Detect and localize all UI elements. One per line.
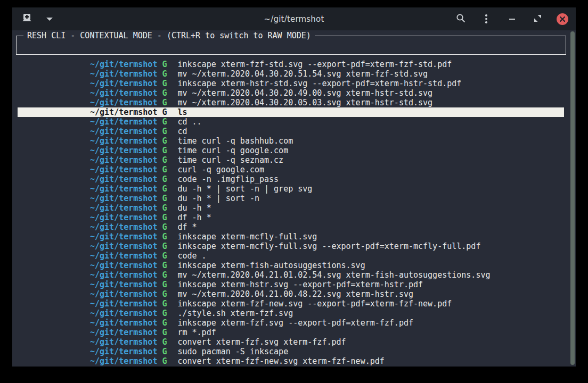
menu-button[interactable] [480, 13, 493, 26]
history-row-command: time curl -q bashhub.com [177, 136, 293, 146]
history-row-command: mv ~/xterm.2020.04.21.00.48.22.svg xterm… [177, 289, 413, 299]
history-row-path: ~/git/termshot [90, 318, 157, 328]
history-row[interactable]: ~/git/termshotGmv ~/xterm.2020.04.21.01.… [18, 270, 564, 280]
search-input[interactable] [19, 39, 564, 53]
restore-icon [534, 14, 541, 24]
history-row-command: inkscape xterm-hstr-std.svg --export-pdf… [177, 79, 461, 88]
minimize-icon [509, 19, 515, 20]
history-row-command: du -h * | sort -n [177, 194, 259, 203]
history-row[interactable]: ~/git/termshotGdf * [18, 222, 564, 232]
history-row[interactable]: ~/git/termshotGdf -h * [18, 213, 564, 222]
history-row[interactable]: ~/git/termshotGinkscape xterm-fzf.svg --… [18, 318, 564, 328]
history-row[interactable]: ~/git/termshotGcode -n .imgflip_pass [18, 174, 564, 184]
history-row-command: code . [177, 251, 206, 261]
history-row-command: code -n .imgflip_pass [177, 174, 279, 184]
scrollbar-thumb[interactable] [570, 31, 575, 365]
history-row[interactable]: ~/git/termshotGmv ~/xterm.2020.04.30.20.… [18, 69, 564, 79]
history-row-command: du -h * | sort -n | grep svg [177, 184, 312, 194]
history-row-command: cd [177, 127, 187, 136]
history-row-path: ~/git/termshot [90, 222, 157, 232]
search-icon [456, 13, 466, 25]
history-row-command: inkscape xterm-mcfly-full.svg --export-p… [177, 242, 480, 251]
history-row[interactable]: ~/git/termshotGtime curl -q bashhub.com [18, 136, 564, 146]
history-row[interactable]: ~/git/termshotGinkscape xterm-fzf-new.sv… [18, 299, 564, 309]
history-row[interactable]: ~/git/termshotGtime curl -q google.com [18, 146, 564, 155]
history-row-command: ls [177, 107, 187, 117]
history-row-path: ~/git/termshot [90, 261, 157, 270]
history-row-path: ~/git/termshot [90, 60, 157, 69]
history-row-command: mv ~/xterm.2020.04.30.20.51.54.svg xterm… [177, 69, 428, 79]
history-row-command: convert xterm-fzf-new.svg xterm-fzf-new.… [177, 356, 384, 366]
history-row-tag: G [162, 60, 167, 69]
history-row[interactable]: ~/git/termshotGrm *.pdf [18, 328, 564, 337]
history-row-path: ~/git/termshot [90, 347, 157, 356]
history-row-tag: G [162, 356, 167, 366]
history-row-command: ./style.sh xterm-fzf.svg [177, 309, 293, 318]
close-button[interactable] [557, 13, 568, 25]
history-row[interactable]: ~/git/termshotGinkscape xterm-mcfly-full… [18, 242, 564, 251]
desktop: ~/git/termshot [0, 0, 588, 383]
history-row[interactable]: ~/git/termshotGconvert xterm-fzf.svg xte… [18, 337, 564, 347]
history-row-tag: G [162, 213, 167, 222]
history-row[interactable]: ~/git/termshotGmv ~/xterm.2020.04.21.00.… [18, 289, 564, 299]
history-row[interactable]: ~/git/termshotGmv ~/xterm.2020.04.30.20.… [18, 88, 564, 98]
history-row-tag: G [162, 222, 167, 232]
history-row[interactable]: ~/git/termshotGdu -h * | sort -n | grep … [18, 184, 564, 194]
history-row-path: ~/git/termshot [90, 98, 157, 107]
search-button[interactable] [454, 13, 467, 26]
history-row-command: mv ~/xterm.2020.04.30.20.05.03.svg xterm… [177, 98, 432, 107]
history-row-tag: G [162, 69, 167, 79]
history-row-tag: G [162, 309, 167, 318]
history-row-tag: G [162, 203, 167, 213]
history-row-tag: G [162, 270, 167, 280]
history-row-path: ~/git/termshot [90, 127, 157, 136]
history-row-path: ~/git/termshot [90, 165, 157, 174]
history-row-command: inkscape xterm-fzf.svg --export-pdf=xter… [177, 318, 413, 328]
history-row-tag: G [162, 184, 167, 194]
history-row-tag: G [162, 232, 167, 242]
history-row[interactable]: ~/git/termshotGconvert xterm-fzf-new.svg… [18, 356, 564, 366]
history-row[interactable]: ~/git/termshotGinkscape xterm-fzf-std.sv… [18, 60, 564, 69]
history-row-tag: G [162, 79, 167, 88]
restore-button[interactable] [531, 13, 544, 26]
history-row[interactable]: ~/git/termshotGinkscape xterm-hstr-std.s… [18, 79, 564, 88]
history-row-tag: G [162, 117, 167, 127]
history-row[interactable]: ~/git/termshotG./style.sh xterm-fzf.svg [18, 309, 564, 318]
history-row-command: inkscape xterm-fzf-std.svg --export-pdf=… [177, 60, 452, 69]
history-row[interactable]: ~/git/termshotGtime curl -q seznam.cz [18, 155, 564, 165]
history-row[interactable]: ~/git/termshotGdu -h * | sort -n [18, 194, 564, 203]
history-row[interactable]: ~/git/termshotGcd .. [18, 117, 564, 127]
history-row[interactable]: ~/git/termshotGsudo pacman -S inkscape [18, 347, 564, 356]
history-row-tag: G [162, 146, 167, 155]
history-row-command: df -h * [177, 213, 211, 222]
minimize-button[interactable] [505, 13, 518, 26]
history-row[interactable]: ~/git/termshotGls [18, 107, 564, 117]
history-row-tag: G [162, 328, 167, 337]
history-row-path: ~/git/termshot [90, 79, 157, 88]
history-row-command: df * [177, 222, 197, 232]
history-row-path: ~/git/termshot [90, 328, 157, 337]
history-row-command: inkscape xterm-hstr.svg --export-pdf=xte… [177, 280, 423, 289]
history-row[interactable]: ~/git/termshotGinkscape xterm-mcfly-full… [18, 232, 564, 242]
history-row-path: ~/git/termshot [90, 232, 157, 242]
titlebar[interactable]: ~/git/termshot [12, 7, 576, 30]
history-row-tag: G [162, 174, 167, 184]
history-row[interactable]: ~/git/termshotGinkscape xterm-hstr.svg -… [18, 280, 564, 289]
history-row-path: ~/git/termshot [90, 251, 157, 261]
history-row-path: ~/git/termshot [90, 299, 157, 309]
history-row[interactable]: ~/git/termshotGcode . [18, 251, 564, 261]
history-row[interactable]: ~/git/termshotGcurl -q google.com [18, 165, 564, 174]
history-row-command: rm *.pdf [177, 328, 216, 337]
history-row[interactable]: ~/git/termshotGinkscape xterm-fish-autos… [18, 261, 564, 270]
history-row-tag: G [162, 107, 167, 117]
history-row-path: ~/git/termshot [90, 88, 157, 98]
history-row-path: ~/git/termshot [90, 136, 157, 146]
history-row-path: ~/git/termshot [90, 289, 157, 299]
close-icon [560, 16, 565, 22]
history-row-tag: G [162, 289, 167, 299]
history-row[interactable]: ~/git/termshotGdu -h * [18, 203, 564, 213]
history-row[interactable]: ~/git/termshotGmv ~/xterm.2020.04.30.20.… [18, 98, 564, 107]
history-row-tag: G [162, 98, 167, 107]
history-row[interactable]: ~/git/termshotGcd [18, 127, 564, 136]
terminal-screen[interactable]: RESH CLI - CONTEXTUAL MODE - (CTRL+R to … [12, 30, 576, 367]
